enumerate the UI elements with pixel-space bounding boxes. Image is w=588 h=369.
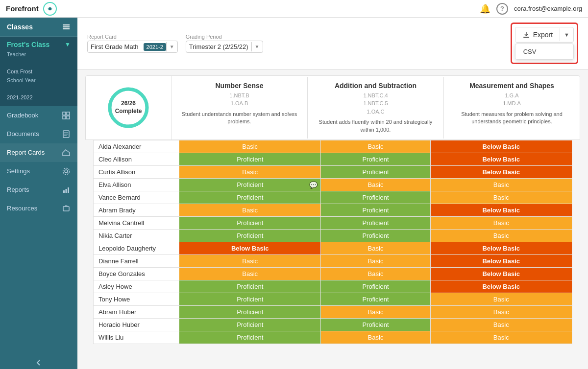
comment-icon: 💬	[309, 181, 318, 189]
export-dropdown-arrow-icon[interactable]: ▼	[560, 28, 573, 41]
active-class-section: Frost's Class ▼ Teacher Cora Frost Schoo…	[0, 37, 77, 106]
grade-cell[interactable]: Proficient	[321, 153, 430, 166]
student-name-cell: Abram Huber	[94, 306, 179, 319]
category-addition: Addition and Subtraction 1.NBT.C.4 1.NBT…	[308, 77, 444, 138]
svg-rect-7	[63, 116, 66, 119]
category-number-sense: Number Sense 1.NBT.B 1.OA.B Student unde…	[172, 77, 308, 138]
chevron-left-icon	[35, 359, 42, 366]
grade-cell[interactable]: Basic	[321, 268, 430, 280]
category-codes-1: 1.NBT.C.4 1.NBT.C.5 1.OA.C	[312, 92, 440, 116]
grade-cell[interactable]: Proficient	[321, 166, 430, 179]
sidebar-item-settings[interactable]: Settings	[0, 162, 77, 181]
help-icon[interactable]: ?	[496, 3, 508, 15]
svg-rect-17	[66, 189, 67, 193]
category-codes-0: 1.NBT.B 1.OA.B	[175, 92, 303, 108]
grading-period-select[interactable]: Trimester 2 (2/25/22) ▼	[186, 41, 263, 53]
grade-cell[interactable]: Proficient💬	[179, 179, 321, 191]
grade-cell[interactable]: Below Basic	[430, 140, 572, 153]
export-csv-option[interactable]: CSV	[515, 44, 573, 59]
student-name-cell: Curtis Allison	[94, 166, 179, 179]
grade-cell[interactable]: Proficient	[179, 191, 321, 204]
svg-rect-18	[68, 187, 69, 193]
grade-cell[interactable]: Proficient	[179, 319, 321, 331]
sidebar-classes-header[interactable]: Classes	[0, 18, 77, 37]
grade-cell[interactable]: Basic	[430, 217, 572, 230]
class-name[interactable]: Frost's Class ▼	[7, 41, 71, 48]
export-button[interactable]: Export	[515, 27, 560, 42]
sidebar-nav: Gradebook Documents Report Cards	[0, 106, 77, 356]
grade-cell[interactable]: Proficient	[321, 204, 430, 217]
grade-cell[interactable]: Proficient	[321, 319, 430, 331]
header-section: 26/26 Complete Number Sense 1.NBT.B 1.OA…	[85, 75, 580, 140]
grade-cell[interactable]: Proficient	[321, 217, 430, 230]
grade-cell[interactable]: Below Basic	[430, 255, 572, 268]
grade-cell[interactable]: Basic	[430, 293, 572, 306]
report-card-arrow-icon[interactable]: ▼	[166, 42, 177, 51]
grade-cell[interactable]: Basic	[321, 306, 430, 319]
grade-cell[interactable]: Below Basic	[430, 280, 572, 293]
grade-cell[interactable]: Basic	[179, 140, 321, 153]
svg-point-14	[65, 170, 68, 173]
grade-cell[interactable]: Basic	[179, 166, 321, 179]
grade-cell[interactable]: Basic	[321, 331, 430, 344]
grade-cell[interactable]: Proficient	[321, 191, 430, 204]
notifications-icon[interactable]: 🔔	[480, 3, 490, 14]
grade-cell[interactable]: Proficient	[179, 306, 321, 319]
sidebar-item-documents[interactable]: Documents	[0, 125, 77, 143]
grade-cell[interactable]: Basic	[430, 191, 572, 204]
sidebar-collapse-button[interactable]	[0, 356, 77, 369]
grade-cell[interactable]: Proficient	[179, 230, 321, 242]
grade-cell[interactable]: Proficient	[179, 217, 321, 230]
grade-cell[interactable]: Basic	[430, 179, 572, 191]
grade-cell[interactable]: Below Basic	[430, 242, 572, 255]
svg-point-15	[63, 168, 70, 174]
table-row: Dianne FarrellBasicBasicBelow Basic	[94, 255, 572, 268]
grade-cell[interactable]: Below Basic	[179, 242, 321, 255]
grade-cell[interactable]: Basic	[321, 179, 430, 191]
grade-cell[interactable]: Proficient	[321, 280, 430, 293]
grade-cell[interactable]: Basic	[179, 268, 321, 280]
sidebar-item-reports[interactable]: Reports	[0, 181, 77, 199]
grade-cell[interactable]: Below Basic	[430, 204, 572, 217]
svg-rect-4	[63, 28, 70, 29]
sidebar-item-gradebook[interactable]: Gradebook	[0, 106, 77, 125]
table-row: Leopoldo DaughertyBelow BasicBasicBelow …	[94, 242, 572, 255]
table-row: Abram HuberProficientBasicBasic	[94, 306, 572, 319]
report-card-badge: 2021-2	[144, 43, 166, 51]
grade-cell[interactable]: Basic	[321, 140, 430, 153]
chevron-down-icon: ▼	[65, 41, 71, 48]
grade-cell[interactable]: Proficient	[321, 230, 430, 242]
student-name-cell: Dianne Farrell	[94, 255, 179, 268]
settings-icon	[62, 167, 71, 176]
export-label: Export	[533, 31, 553, 39]
grade-cell[interactable]: Basic	[430, 331, 572, 344]
grade-cell[interactable]: Proficient	[179, 153, 321, 166]
grade-cell[interactable]: Below Basic	[430, 153, 572, 166]
sidebar-item-resources[interactable]: Resources	[0, 199, 77, 218]
grade-cell[interactable]: Basic	[430, 230, 572, 242]
sidebar: Classes Frost's Class ▼ Teacher Cora Fro…	[0, 18, 77, 369]
student-name-cell: Willis Liu	[94, 331, 179, 344]
grade-cell[interactable]: Basic	[179, 255, 321, 268]
grade-cell[interactable]: Basic	[321, 255, 430, 268]
grading-period-arrow-icon[interactable]: ▼	[251, 42, 263, 51]
grade-cell[interactable]: Proficient	[179, 293, 321, 306]
export-button-group: Export ▼	[515, 27, 574, 43]
grade-cell[interactable]: Basic	[179, 204, 321, 217]
grade-cell[interactable]: Below Basic	[430, 166, 572, 179]
grade-cell[interactable]: Proficient	[321, 293, 430, 306]
category-desc-2: Student measures for problem solving and…	[448, 111, 576, 126]
table-row: Cleo AllisonProficientProficientBelow Ba…	[94, 153, 572, 166]
grade-cell[interactable]: Proficient	[179, 280, 321, 293]
grade-cell[interactable]: Below Basic	[430, 268, 572, 280]
top-bar-left: Forefront	[6, 1, 57, 16]
grade-cell[interactable]: Proficient	[179, 331, 321, 344]
grade-cell[interactable]: Basic	[430, 319, 572, 331]
grade-cell[interactable]: Basic	[321, 242, 430, 255]
student-name-cell: Aida Alexander	[94, 140, 179, 153]
grading-period-value: Trimester 2 (2/25/22)	[186, 41, 251, 52]
report-card-select[interactable]: First Grade Math 2021-2 ▼	[87, 41, 178, 53]
grade-cell[interactable]: Basic	[430, 306, 572, 319]
student-name-cell: Boyce Gonzales	[94, 268, 179, 280]
sidebar-item-report-cards[interactable]: Report Cards	[0, 143, 77, 162]
